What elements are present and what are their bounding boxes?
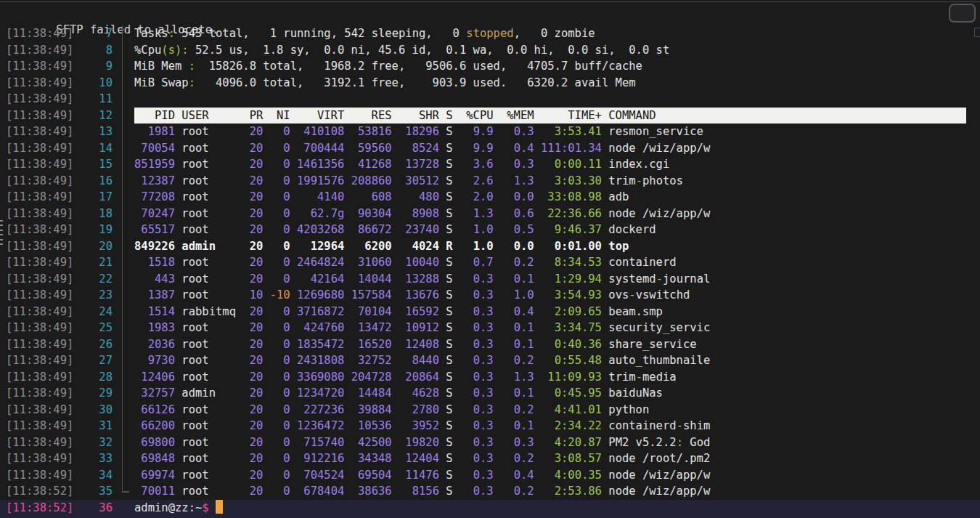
terminal-row: [11:38:49]11 <box>0 91 980 108</box>
col-user: root <box>181 469 242 482</box>
col-res: 13472 <box>351 321 399 334</box>
gutter-line-number: 29 <box>73 385 122 402</box>
col-command: containerd <box>608 419 676 432</box>
col-shr: 12404 <box>399 452 446 465</box>
process-row: [11:38:49]34 69974 root 20 0 704524 6950… <box>0 467 980 484</box>
process-row: [11:38:49]16 12387 root 20 0 1991576 208… <box>0 173 980 190</box>
process-row: [11:38:49]24 1514 rabbitmq 20 0 3716872 … <box>0 304 980 320</box>
process-row: [11:38:49]17 77208 root 20 0 4140 608 48… <box>0 189 980 206</box>
gutter-timestamp: [11:38:49] <box>6 189 73 206</box>
row-content: 32757 admin 20 0 1234720 14484 4628 S 0.… <box>122 385 980 402</box>
gutter-line-number: 16 <box>73 173 122 190</box>
left-drag-handle-icon[interactable] <box>0 220 3 246</box>
scrollbar-marker[interactable] <box>974 28 980 37</box>
col-pr: 20 <box>242 485 269 498</box>
col-cpu: 3.6 <box>460 158 500 171</box>
terminal-cursor[interactable] <box>216 500 223 514</box>
gutter-line-number: 14 <box>73 140 122 157</box>
col-command: node /wiz/app/w <box>608 469 710 482</box>
row-content: 1518 root 20 0 2464824 31060 10040 S 0.7… <box>122 254 980 271</box>
process-row: [11:38:49]13 1981 root 20 0 410108 53816… <box>0 124 980 140</box>
col-pr: 20 <box>242 190 269 203</box>
col-pid: 66126 <box>134 403 181 416</box>
col-time: 3:34.75 <box>541 321 608 334</box>
col-ni: 0 <box>270 207 297 220</box>
col-ni: 0 <box>270 436 297 449</box>
col-shr: 10912 <box>399 321 446 334</box>
col-mem: 0.2 <box>500 403 541 416</box>
col-virt: 62.7g <box>297 207 351 220</box>
col-shr: 23740 <box>399 223 446 236</box>
gutter-timestamp: [11:38:52] <box>6 500 73 518</box>
terminal-window[interactable]: SFTP failed to allocate. [11:38:49]7Task… <box>0 0 980 518</box>
col-command: resmon_service <box>608 125 703 138</box>
col-user: admin <box>181 387 242 400</box>
col-virt: 700444 <box>297 142 351 155</box>
gutter-timestamp: [11:38:49] <box>6 25 73 42</box>
gutter-timestamp: [11:38:49] <box>6 287 73 304</box>
col-pid: 70054 <box>134 142 181 155</box>
row-content: 66126 root 20 0 227236 39884 2780 S 0.3 … <box>122 402 980 418</box>
col-mem: 0.3 <box>500 158 541 171</box>
col-virt: 3369080 <box>297 371 351 384</box>
row-content: %Cpu(s): 52.5 us, 1.8 sy, 0.0 ni, 45.6 i… <box>122 42 980 59</box>
gutter: [11:38:49]25 <box>0 320 122 336</box>
col-s: S <box>446 387 460 400</box>
row-content: 1981 root 20 0 410108 53816 18296 S 9.9 … <box>122 124 980 140</box>
col-virt: 4203268 <box>297 223 351 236</box>
col-mem: 0.1 <box>500 419 541 432</box>
col-pid: 2036 <box>134 338 181 351</box>
col-shr: 13676 <box>399 288 446 302</box>
col-command: : <box>677 436 683 449</box>
col-shr: 8156 <box>399 485 446 498</box>
col-pr: 20 <box>242 125 269 138</box>
gutter-line-number: 12 <box>73 108 122 124</box>
col-command: media <box>642 371 677 384</box>
col-virt: 410108 <box>297 125 351 138</box>
col-virt: 2464824 <box>297 256 351 269</box>
col-cpu: 0.7 <box>460 256 500 269</box>
col-virt: 3716872 <box>297 305 351 318</box>
col-pid: 65517 <box>134 223 181 236</box>
gutter-line-number: 15 <box>73 156 122 173</box>
col-res: 6200 <box>351 240 399 253</box>
col-pr: 20 <box>242 436 269 449</box>
col-res: 608 <box>351 190 399 203</box>
col-pid: 12387 <box>134 174 181 187</box>
row-content: 1983 root 20 0 424760 13472 10912 S 0.3 … <box>122 320 980 336</box>
process-row: [11:38:49]19 65517 root 20 0 4203268 866… <box>0 222 980 238</box>
gutter-timestamp: [11:38:49] <box>6 58 73 75</box>
gutter-timestamp: [11:38:49] <box>6 42 73 59</box>
col-shr: 19820 <box>399 436 446 449</box>
col-pr: 20 <box>242 256 269 269</box>
gutter-timestamp: [11:38:49] <box>6 206 73 222</box>
row-content: 70054 root 20 0 700444 59560 8524 S 9.9 … <box>122 140 980 157</box>
col-mem: 0.5 <box>500 223 541 236</box>
col-time: 3:03.30 <box>541 174 608 187</box>
gutter: [11:38:49]7 <box>0 25 122 42</box>
col-res: 90304 <box>351 207 399 220</box>
col-command: auto_thumbnaile <box>608 354 710 367</box>
gutter-line-number: 32 <box>73 434 122 451</box>
gutter-line-number: 10 <box>73 75 122 92</box>
process-row: [11:38:49]27 9730 root 20 0 2431808 3275… <box>0 352 980 369</box>
col-pr: 20 <box>242 338 269 351</box>
col-command: node /wiz/app/w <box>608 207 710 220</box>
col-ni: 0 <box>270 158 297 171</box>
shell-prompt-row: [11:38:52]36admin@zz:~$ <box>0 500 980 518</box>
row-content[interactable]: admin@zz:~$ <box>122 500 980 518</box>
col-virt: 1236472 <box>297 419 351 432</box>
col-s: S <box>446 452 460 465</box>
col-mem: 0.3 <box>500 125 541 138</box>
gutter-line-number: 30 <box>73 402 122 418</box>
col-pr: 20 <box>242 403 269 416</box>
col-shr: 8524 <box>399 142 446 155</box>
col-pr: 20 <box>242 158 269 171</box>
col-pid: 1387 <box>134 288 181 302</box>
col-s: R <box>446 240 460 253</box>
col-command: God <box>683 436 710 449</box>
col-pr: 10 <box>242 288 269 302</box>
col-command: baiduNas <box>608 387 663 400</box>
top-right-button[interactable] <box>949 4 976 23</box>
col-res: 38636 <box>351 485 399 498</box>
